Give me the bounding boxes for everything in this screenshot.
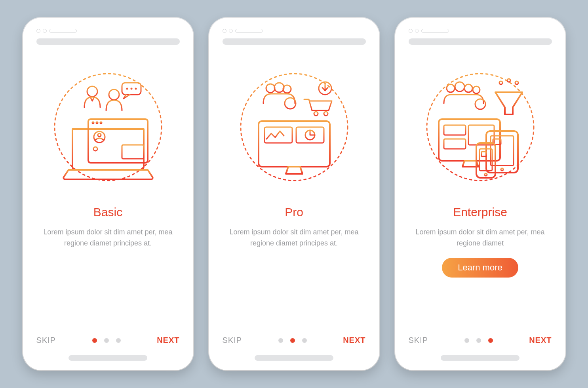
onboarding-screen-pro: Pro Lorem ipsum dolor sit dim amet per, … — [209, 18, 379, 370]
home-indicator — [441, 355, 519, 361]
svg-point-57 — [447, 84, 455, 92]
status-bar — [36, 38, 180, 45]
onboarding-nav: SKIP NEXT — [36, 336, 180, 345]
plan-title: Enterprise — [409, 205, 552, 219]
svg-point-0 — [55, 74, 162, 181]
svg-point-29 — [274, 83, 284, 92]
svg-point-18 — [135, 88, 137, 90]
page-dot-1[interactable] — [278, 338, 283, 343]
basic-illustration — [36, 52, 180, 202]
svg-point-3 — [92, 122, 94, 124]
device-notch — [409, 29, 552, 33]
plan-title: Basic — [36, 205, 180, 219]
skip-button[interactable]: SKIP — [36, 336, 56, 345]
page-dot-1[interactable] — [464, 338, 469, 343]
page-dots — [464, 338, 493, 343]
svg-point-4 — [96, 122, 98, 124]
plan-description: Lorem ipsum dolor sit dim amet per, mea … — [409, 227, 552, 249]
onboarding-screen-basic: Basic Lorem ipsum dolor sit dim amet per… — [23, 18, 193, 370]
svg-point-5 — [100, 122, 102, 124]
page-dot-3[interactable] — [302, 338, 307, 343]
plan-title: Pro — [223, 205, 366, 219]
svg-point-60 — [473, 86, 480, 93]
skip-button[interactable]: SKIP — [409, 336, 428, 345]
plan-description: Lorem ipsum dolor sit dim amet per, mea … — [36, 227, 180, 249]
next-button[interactable]: NEXT — [157, 336, 179, 345]
skip-button[interactable]: SKIP — [223, 336, 242, 345]
home-indicator — [255, 355, 333, 361]
svg-point-30 — [283, 85, 291, 93]
page-dot-2[interactable] — [104, 338, 109, 343]
next-button[interactable]: NEXT — [343, 336, 365, 345]
svg-rect-47 — [444, 139, 466, 149]
svg-point-52 — [501, 168, 503, 171]
svg-point-17 — [130, 88, 132, 90]
onboarding-screen-enterprise: Enterprise Lorem ipsum dolor sit dim ame… — [395, 18, 565, 370]
svg-rect-20 — [259, 121, 330, 167]
svg-point-10 — [93, 147, 97, 151]
svg-point-16 — [126, 88, 128, 90]
learn-more-button[interactable]: Learn more — [442, 258, 518, 278]
page-dot-3[interactable] — [488, 338, 493, 343]
onboarding-nav: SKIP NEXT — [409, 336, 552, 345]
status-bar — [409, 38, 552, 45]
onboarding-nav: SKIP NEXT — [223, 336, 366, 345]
device-notch — [223, 29, 366, 33]
svg-rect-23 — [265, 127, 292, 143]
svg-point-34 — [314, 112, 318, 116]
svg-point-56 — [485, 173, 487, 176]
page-dots — [278, 338, 307, 343]
home-indicator — [69, 355, 147, 361]
svg-point-14 — [109, 89, 119, 100]
page-dot-3[interactable] — [116, 338, 121, 343]
page-dot-2[interactable] — [290, 338, 295, 343]
device-notch — [36, 29, 180, 33]
svg-point-28 — [266, 84, 275, 93]
svg-point-7 — [98, 133, 101, 137]
svg-rect-45 — [444, 125, 466, 135]
svg-point-13 — [87, 86, 97, 97]
svg-point-59 — [464, 84, 472, 92]
svg-rect-12 — [122, 145, 144, 159]
enterprise-illustration — [409, 52, 552, 202]
status-bar — [223, 38, 366, 45]
page-dots — [92, 338, 121, 343]
plan-description: Lorem ipsum dolor sit dim amet per, mea … — [223, 227, 366, 249]
page-dot-2[interactable] — [476, 338, 481, 343]
next-button[interactable]: NEXT — [529, 336, 552, 345]
svg-point-58 — [455, 82, 464, 91]
svg-point-35 — [324, 112, 328, 116]
page-dot-1[interactable] — [92, 338, 97, 343]
pro-illustration — [223, 52, 366, 202]
